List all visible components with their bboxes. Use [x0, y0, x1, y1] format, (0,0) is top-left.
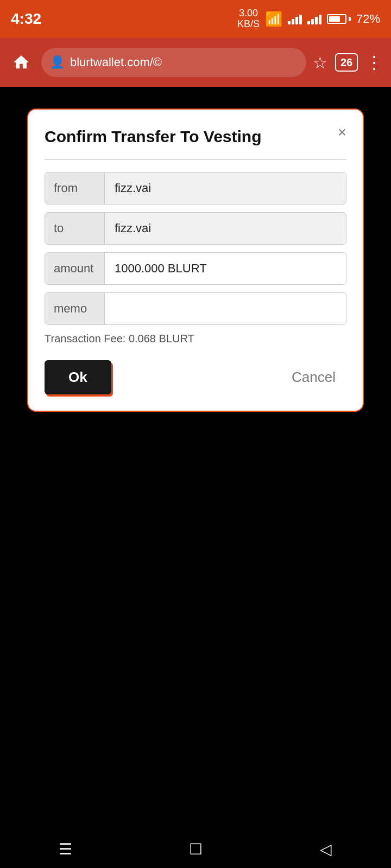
memo-field: memo — [45, 292, 346, 325]
page-content: Confirm Transfer To Vesting × from fizz.… — [0, 87, 391, 830]
battery-tip — [349, 17, 351, 21]
signal-bars-1 — [288, 14, 302, 24]
url-text: blurtwallet.com/© — [70, 55, 162, 69]
memo-value — [105, 293, 346, 324]
tabs-count: 26 — [340, 56, 352, 69]
close-button[interactable]: × — [338, 125, 346, 140]
to-field: to fizz.vai — [45, 212, 346, 245]
dialog-divider — [45, 159, 346, 160]
signal-bars-2 — [307, 14, 321, 24]
dialog-title: Confirm Transfer To Vesting — [45, 126, 262, 147]
home-button[interactable] — [8, 49, 35, 76]
amount-value: 1000.000 BLURT — [105, 253, 346, 284]
nav-home-icon[interactable]: ☐ — [182, 835, 209, 863]
battery-fill — [329, 16, 340, 22]
cancel-button[interactable]: Cancel — [281, 360, 346, 394]
bottom-nav: ☰ ☐ ◁ — [0, 830, 391, 868]
battery-indicator — [327, 14, 351, 24]
browser-actions: ☆ 26 ⋮ — [313, 52, 383, 73]
from-field: from fizz.vai — [45, 172, 346, 205]
from-value: fizz.vai — [105, 173, 346, 204]
url-security-icon: 👤 — [50, 55, 65, 69]
browser-bar: 👤 blurtwallet.com/© ☆ 26 ⋮ — [0, 38, 391, 87]
status-right-group: 3.00 KB/S 📶 72% — [237, 8, 380, 30]
amount-field: amount 1000.000 BLURT — [45, 252, 346, 285]
bookmark-icon[interactable]: ☆ — [313, 53, 327, 72]
status-time: 4:32 — [11, 10, 41, 28]
from-label: from — [45, 173, 105, 204]
nav-back-icon[interactable]: ◁ — [312, 835, 339, 863]
battery-body — [327, 14, 346, 24]
dialog-buttons: Ok Cancel — [45, 360, 346, 394]
home-icon — [12, 53, 30, 72]
to-value: fizz.vai — [105, 213, 346, 244]
menu-icon[interactable]: ⋮ — [365, 52, 383, 73]
url-bar[interactable]: 👤 blurtwallet.com/© — [41, 48, 306, 77]
network-speed: 3.00 KB/S — [237, 8, 260, 30]
status-bar: 4:32 3.00 KB/S 📶 72% — [0, 0, 391, 38]
dialog-header: Confirm Transfer To Vesting × — [45, 126, 346, 147]
to-label: to — [45, 213, 105, 244]
amount-label: amount — [45, 253, 105, 284]
transaction-fee: Transaction Fee: 0.068 BLURT — [45, 333, 346, 345]
tabs-button[interactable]: 26 — [335, 53, 358, 72]
ok-button[interactable]: Ok — [45, 360, 111, 394]
battery-percent: 72% — [356, 12, 380, 26]
memo-label: memo — [45, 293, 105, 324]
nav-menu-icon[interactable]: ☰ — [52, 835, 79, 863]
wifi-icon: 📶 — [265, 11, 282, 28]
confirm-transfer-dialog: Confirm Transfer To Vesting × from fizz.… — [27, 108, 364, 412]
